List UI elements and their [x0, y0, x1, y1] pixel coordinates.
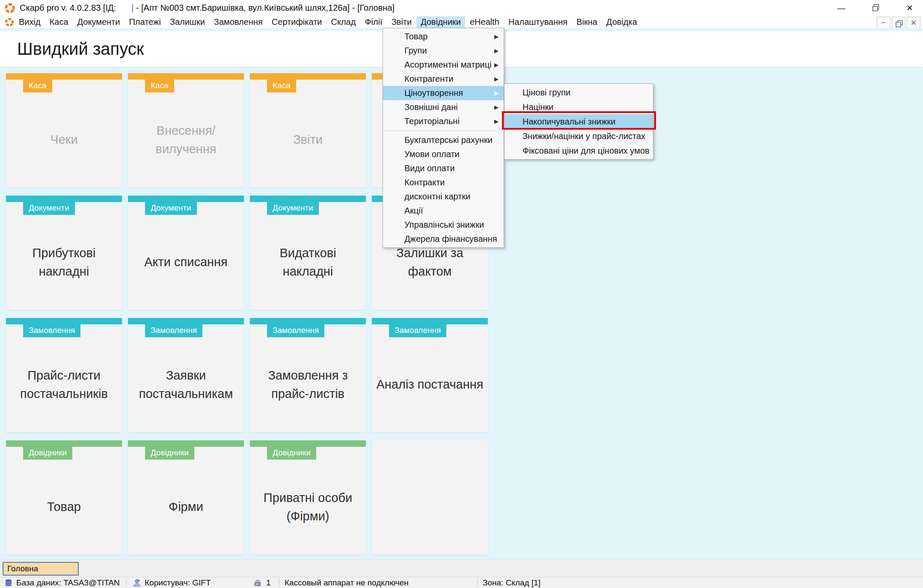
menu-item-umovy-oplaty[interactable]: Умови оплати	[383, 147, 504, 161]
menu-item-bukhhalterski-rakhunky[interactable]: Бухгалтерські рахунки	[383, 133, 504, 147]
submenu-arrow-icon: ▶	[494, 104, 499, 110]
tile-vydatkovi-nakladni[interactable]: Документи Видаткові накладні	[250, 196, 366, 310]
tile-category-badge: Замовлення	[389, 324, 446, 337]
tile-cheky[interactable]: Каса Чеки	[6, 73, 122, 187]
submenu-item-nakopychuvalni-znyzhky[interactable]: Накопичувальні знижки	[505, 114, 653, 129]
menu-branches[interactable]: Філії	[360, 16, 386, 28]
submenu-arrow-icon: ▶	[494, 48, 499, 54]
tile-strip	[250, 196, 366, 202]
tile-label: Акти списання	[128, 215, 244, 310]
app-logo-icon	[4, 3, 15, 14]
menu-warehouse[interactable]: Склад	[327, 16, 360, 28]
menu-documents[interactable]: Документи	[73, 16, 125, 28]
menu-item-upravlinski-znyzhky[interactable]: Управлінські знижки	[383, 218, 504, 232]
tile-zvity[interactable]: Каса Звіти	[250, 73, 366, 187]
tile-label: Чеки	[6, 92, 122, 187]
tile-category-badge: Каса	[267, 80, 296, 92]
menu-reports[interactable]: Звіти	[387, 16, 416, 28]
submenu-arrow-icon: ▶	[494, 90, 499, 96]
tile-label: Заявки постачальникам	[128, 337, 244, 432]
menu-help[interactable]: Довідка	[602, 16, 641, 28]
menu-separator	[384, 131, 502, 131]
status-register-count: 1	[266, 578, 271, 588]
status-database: База даних: TASA3@TITAN	[16, 578, 120, 588]
tile-akty-spysannia[interactable]: Документи Акти списання	[128, 196, 244, 310]
submenu-item-znyzhky-natsinky-u-prais-lystakh[interactable]: Знижки/націнки у прайс-листах	[505, 129, 653, 143]
tile-strip	[6, 318, 122, 324]
submenu-item-fiksovani-tsiny[interactable]: Фіксовані ціни для цінових умов	[505, 143, 653, 158]
close-icon[interactable]: ✕	[904, 3, 915, 13]
menu-item-kontrahenty[interactable]: Контрагенти▶	[383, 72, 504, 86]
menu-item-asortymentni-matrytsi[interactable]: Асортиментні матриці▶	[383, 58, 504, 72]
menu-item-hrupy[interactable]: Групи▶	[383, 44, 504, 58]
menu-item-dyskontni-kartky[interactable]: дисконтні картки	[383, 190, 504, 204]
mdi-close-icon[interactable]: ✕	[907, 17, 920, 29]
tile-tovar[interactable]: Довідники Товар	[6, 440, 122, 555]
status-separator	[279, 578, 279, 587]
menu-ehealth[interactable]: eHealth	[466, 16, 504, 28]
tile-firmy[interactable]: Довідники Фірми	[128, 440, 244, 555]
tile-category-badge: Довідники	[267, 447, 316, 460]
tile-strip	[128, 318, 244, 324]
status-separator	[477, 578, 478, 587]
dropdown-menu-dovidnyky: Товар▶ Групи▶ Асортиментні матриці▶ Конт…	[383, 28, 504, 248]
tile-label: Звіти	[250, 92, 366, 187]
menu-exit[interactable]: Вихід	[15, 16, 45, 28]
tile-category-badge: Документи	[267, 202, 319, 215]
tile-analiz-postachannia[interactable]: Замовлення Аналіз постачання	[372, 318, 488, 432]
submenu-arrow-icon: ▶	[494, 33, 499, 40]
menu-directories[interactable]: Довідники	[416, 16, 465, 28]
tile-label: Прибуткові накладні	[6, 215, 122, 310]
tile-category-badge: Довідники	[23, 447, 72, 460]
menu-item-dzherela-finansuvannia[interactable]: Джерела фінансування	[383, 232, 504, 246]
tile-vnesennia-vyluchennia[interactable]: Каса Внесення/вилучення	[128, 73, 244, 187]
menu-payments[interactable]: Платежі	[125, 16, 165, 28]
menu-item-terytorialni[interactable]: Територіальні▶	[383, 114, 504, 128]
tab-strip: Головна	[0, 560, 923, 577]
title-bar: Скарб pro v. 4.0.2.83 [ІД:| - [Апт №003 …	[0, 0, 923, 16]
page-title: Швидкий запуск	[17, 39, 144, 59]
tile-category-badge: Каса	[23, 80, 52, 92]
tile-label: Фірми	[128, 460, 244, 555]
menu-item-vydy-oplaty[interactable]: Види оплати	[383, 161, 504, 175]
tile-zamovlennia-z-prais-lystiv[interactable]: Замовлення Замовлення з прайс-листів	[250, 318, 366, 432]
tile-strip	[250, 73, 366, 80]
menu-settings[interactable]: Налаштування	[504, 16, 572, 28]
mdi-restore-icon[interactable]	[892, 17, 905, 29]
tile-label: Видаткові накладні	[250, 215, 366, 310]
menu-stock[interactable]: Залишки	[166, 16, 209, 28]
tile-strip	[128, 73, 244, 80]
tile-category-badge: Каса	[145, 80, 174, 92]
menu-item-tovar[interactable]: Товар▶	[383, 30, 504, 44]
submenu-arrow-icon: ▶	[494, 118, 499, 125]
user-icon	[133, 579, 141, 587]
menu-item-zovnishni-dani[interactable]: Зовнішні дані▶	[383, 100, 504, 114]
database-icon	[4, 579, 13, 587]
status-user: Користувач: GIFT	[145, 578, 211, 588]
tile-category-badge: Довідники	[145, 447, 194, 460]
menu-item-kontrakty[interactable]: Контракти	[383, 175, 504, 190]
submenu-tsinoutvorennia: Цінові групи Націнки Накопичувальні зниж…	[504, 83, 653, 160]
menu-orders[interactable]: Замовлення	[210, 16, 267, 28]
menu-windows[interactable]: Вікна	[572, 16, 602, 28]
menu-item-aktsii[interactable]: Акції	[383, 204, 504, 218]
window-title: Скарб pro v. 4.0.2.83 [ІД:| - [Апт №003 …	[20, 3, 395, 13]
tile-prais-lysty-postachalnykiv[interactable]: Замовлення Прайс-листи постачальників	[6, 318, 122, 432]
menu-certificates[interactable]: Сертифікати	[267, 16, 326, 28]
mdi-minimize-icon[interactable]: –	[877, 17, 890, 29]
minimize-icon[interactable]: —	[836, 3, 847, 13]
menu-item-tsinoutvorennia[interactable]: Ціноутворення▶	[383, 86, 504, 100]
tab-holovna[interactable]: Головна	[3, 562, 79, 576]
submenu-item-tsinovi-hrupy[interactable]: Цінові групи	[505, 85, 653, 100]
tile-prybutkovi-nakladni[interactable]: Документи Прибуткові накладні	[6, 196, 122, 310]
menu-kasa[interactable]: Каса	[45, 16, 73, 28]
tile-strip	[250, 440, 366, 447]
submenu-item-natsinky[interactable]: Націнки	[505, 100, 653, 114]
mdi-window-controls: – ✕	[877, 17, 920, 29]
tile-label: Приватні особи (Фірми)	[250, 460, 366, 555]
submenu-arrow-icon: ▶	[494, 76, 499, 82]
tile-zaiavky-postachalnykam[interactable]: Замовлення Заявки постачальникам	[128, 318, 244, 432]
tile-pryvatni-osoby[interactable]: Довідники Приватні особи (Фірми)	[250, 440, 366, 555]
restore-icon[interactable]	[870, 3, 881, 13]
tile-category-badge: Документи	[23, 202, 75, 215]
